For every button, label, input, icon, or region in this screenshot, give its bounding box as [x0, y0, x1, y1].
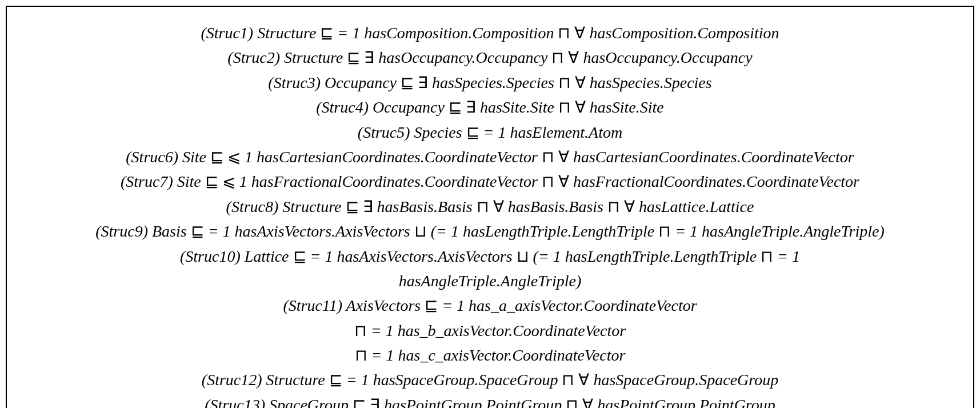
axiom-text: = 1 has_c_axisVector.CoordinateVector [367, 346, 626, 364]
logic-symbol: ⊓ [477, 198, 489, 215]
axiom-line: ⊓ = 1 has_b_axisVector.CoordinateVector [18, 318, 962, 343]
axiom-text [223, 148, 227, 166]
axiom-label: (Struc2) [227, 49, 280, 66]
logic-symbol: ⊓ [551, 49, 564, 66]
axiom-line: (Struc4) Occupancy ⊑ ∃ hasSite.Site ⊓ ∀ … [18, 95, 962, 119]
axiom-box: (Struc1) Structure ⊑ = 1 hasComposition.… [6, 6, 974, 408]
axiom-label: (Struc5) [358, 123, 410, 141]
axiom-text: SpaceGroup [269, 396, 353, 408]
axiom-text: Occupancy [373, 98, 449, 116]
axiom-text: Structure [282, 198, 345, 215]
logic-symbol: ⊑ [293, 247, 306, 265]
logic-symbol: ⊓ [354, 322, 367, 339]
logic-symbol: ⩽ [227, 148, 241, 166]
axiom-line: (Struc8) Structure ⊑ ∃ hasBasis.Basis ⊓ … [18, 194, 962, 219]
axiom-text: Occupancy [325, 74, 401, 91]
logic-symbol: ∀ [558, 173, 569, 190]
logic-symbol: ∀ [575, 98, 586, 116]
logic-symbol: ⊓ [542, 148, 554, 166]
axiom-text [620, 198, 624, 215]
logic-symbol: ⊑ [346, 198, 359, 215]
axiom-text: Site [177, 173, 205, 190]
logic-symbol: ⊓ [566, 396, 578, 408]
axiom-text: Species [414, 123, 466, 141]
axiom-text: = 1 has_a_axisVector.CoordinateVector [438, 297, 697, 314]
logic-symbol: ∀ [558, 148, 569, 166]
logic-symbol: ⊑ [205, 173, 218, 190]
axiom-text: Basis [152, 222, 191, 240]
logic-symbol: ⊓ [761, 247, 773, 265]
axiom-text: 1 hasCartesianCoordinates.CoordinateVect… [241, 148, 542, 166]
logic-symbol: ⊑ [191, 222, 204, 240]
axiom-text: = 1 has_b_axisVector.CoordinateVector [367, 322, 626, 339]
axiom-text: hasOccupancy.Occupancy [579, 49, 752, 66]
axiom-text [366, 396, 370, 408]
axiom-line: (Struc2) Structure ⊑ ∃ hasOccupancy.Occu… [18, 45, 962, 70]
logic-symbol: ∀ [574, 24, 585, 42]
logic-symbol: ⊔ [414, 222, 427, 240]
axiom-text: hasPointGroup.PointGroup [593, 396, 775, 408]
axiom-text: AxisVectors [346, 297, 425, 314]
axiom-label: (Struc6) [126, 148, 178, 166]
axiom-text: (= 1 hasLengthTriple.LengthTriple [529, 247, 761, 265]
logic-symbol: ⊓ [542, 173, 554, 190]
logic-symbol: ⊓ [658, 222, 671, 240]
logic-symbol: ⊓ [558, 74, 571, 91]
axiom-line: (Struc11) AxisVectors ⊑ = 1 has_a_axisVe… [18, 293, 962, 318]
logic-symbol: ⊑ [353, 396, 366, 408]
axiom-line: (Struc1) Structure ⊑ = 1 hasComposition.… [18, 21, 962, 45]
axiom-label: (Struc3) [268, 74, 321, 91]
axiom-text: = 1 hasAxisVectors.AxisVectors [204, 222, 414, 240]
axiom-line: ⊓ = 1 has_c_axisVector.CoordinateVector [18, 343, 962, 367]
axiom-text [571, 98, 575, 116]
axiom-text [414, 74, 418, 91]
logic-symbol: ⊑ [329, 371, 342, 389]
axiom-label: (Struc13) [205, 396, 265, 408]
axiom-line: (Struc7) Site ⊑ ⩽ 1 hasFractionalCoordin… [18, 169, 962, 194]
axiom-text [554, 173, 558, 190]
axiom-text: Structure [284, 49, 347, 66]
axiom-text: = 1 hasSpaceGroup.SpaceGroup [342, 371, 562, 389]
logic-symbol: ⊓ [558, 98, 571, 116]
axiom-text: = 1 hasElement.Atom [479, 123, 623, 141]
axiom-label: (Struc7) [121, 173, 173, 190]
axiom-text: hasComposition.Composition [585, 24, 779, 42]
axiom-line: hasAngleTriple.AngleTriple) [18, 269, 962, 293]
axiom-line: (Struc9) Basis ⊑ = 1 hasAxisVectors.Axis… [18, 219, 962, 243]
logic-symbol: ∃ [418, 74, 428, 91]
axiom-text: = 1 [773, 247, 800, 265]
logic-symbol: ⊑ [210, 148, 223, 166]
logic-symbol: ⊓ [558, 24, 570, 42]
axiom-text: (= 1 hasLengthTriple.LengthTriple [427, 222, 659, 240]
logic-symbol: ⊑ [466, 123, 479, 141]
axiom-label: (Struc11) [283, 297, 342, 314]
logic-symbol: ⊑ [425, 297, 438, 314]
axiom-text: Lattice [245, 247, 293, 265]
axiom-text: hasSpecies.Species [428, 74, 558, 91]
axiom-text [462, 98, 466, 116]
axiom-line: (Struc5) Species ⊑ = 1 hasElement.Atom [18, 120, 962, 145]
axiom-text: hasSite.Site [476, 98, 558, 116]
axiom-line: (Struc6) Site ⊑ ⩽ 1 hasCartesianCoordina… [18, 145, 962, 169]
axiom-text: hasBasis.Basis [504, 198, 607, 215]
axiom-text: hasSpecies.Species [586, 74, 712, 91]
axiom-label: (Struc12) [202, 371, 262, 389]
axiom-text: hasLattice.Lattice [635, 198, 754, 215]
logic-symbol: ∀ [568, 49, 579, 66]
logic-symbol: ⊔ [517, 247, 529, 265]
logic-symbol: ⊓ [607, 198, 620, 215]
axiom-label: (Struc1) [201, 24, 253, 42]
logic-symbol: ⊑ [347, 49, 360, 66]
axiom-label: (Struc8) [226, 198, 279, 215]
axiom-text: hasOccupancy.Occupancy [374, 49, 551, 66]
logic-symbol: ∀ [493, 198, 504, 215]
axiom-text: hasFractionalCoordinates.CoordinateVecto… [569, 173, 859, 190]
logic-symbol: ∀ [578, 371, 589, 389]
axiom-label: (Struc9) [95, 222, 148, 240]
axiom-text: 1 hasFractionalCoordinates.CoordinateVec… [235, 173, 542, 190]
logic-symbol: ∃ [466, 98, 476, 116]
logic-symbol: ∀ [624, 198, 635, 215]
logic-symbol: ∃ [363, 198, 373, 215]
logic-symbol: ∃ [364, 49, 374, 66]
logic-symbol: ⩽ [222, 173, 235, 190]
